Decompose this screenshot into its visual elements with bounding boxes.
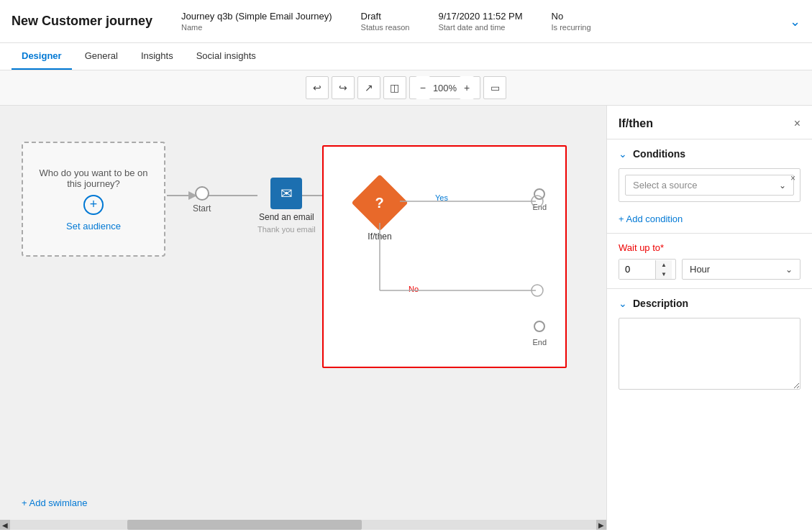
add-condition-button[interactable]: + Add condition [619, 214, 683, 224]
recurring-label: Is recurring [552, 23, 591, 32]
wait-unit-dropdown[interactable]: Hour ⌄ [682, 259, 800, 280]
header-right: ⌄ [790, 14, 800, 29]
main-area: Who do you want to be on this journey? +… [0, 106, 812, 530]
journey-name-label: Name [181, 23, 332, 32]
start-node[interactable]: Start [193, 186, 211, 214]
conditions-section-title: Conditions [633, 148, 685, 160]
condition-card-close-button[interactable]: × [790, 173, 795, 183]
scroll-right-button[interactable]: ▶ [596, 520, 606, 530]
condition-card: × Select a source ⌄ [619, 168, 800, 202]
status-value: Draft [361, 11, 410, 22]
header: New Customer journey Journey q3b (Simple… [0, 0, 812, 43]
ifthen-container[interactable]: Yes End No End ? If/then [322, 145, 567, 368]
scroll-left-button[interactable]: ◀ [0, 520, 10, 530]
wait-number-input[interactable] [619, 260, 655, 279]
add-condition-container: + Add condition [607, 211, 812, 233]
email-node[interactable]: ✉ Send an email Thank you email [257, 178, 316, 234]
header-meta: Journey q3b (Simple Email Journey) Name … [181, 11, 790, 32]
email-node-label: Send an email [259, 212, 314, 222]
ifthen-node[interactable]: ? If/then [360, 183, 400, 242]
select-source-chevron-icon: ⌄ [779, 180, 786, 191]
no-end-circle [534, 321, 545, 332]
email-node-sublabel: Thank you email [257, 225, 316, 234]
canvas-toolbar: ↩ ↪ ↗ ◫ − 100% + ▭ [0, 70, 812, 106]
description-chevron-icon: ⌄ [619, 298, 627, 309]
required-marker: * [660, 242, 664, 253]
no-label: No [409, 285, 419, 293]
redo-button[interactable]: ↪ [332, 76, 355, 99]
wait-section: Wait up to* ▲ ▼ Hour ⌄ [607, 234, 812, 289]
select-source-dropdown[interactable]: Select a source ⌄ [625, 175, 794, 196]
tab-insights[interactable]: Insights [131, 43, 183, 70]
tab-social-insights[interactable]: Social insights [186, 43, 266, 70]
start-circle [195, 186, 209, 201]
wait-increment-button[interactable]: ▲ [656, 260, 672, 270]
tab-general[interactable]: General [75, 43, 128, 70]
start-datetime-value: 9/17/2020 11:52 PM [438, 11, 522, 22]
select-source-placeholder: Select a source [633, 180, 698, 191]
page-title: New Customer journey [12, 14, 152, 29]
undo-button[interactable]: ↩ [306, 76, 329, 99]
start-datetime-label: Start date and time [438, 23, 522, 32]
description-section: ⌄ Description [607, 289, 812, 403]
description-section-title: Description [633, 298, 688, 309]
diamond-shape[interactable]: ? [351, 174, 408, 231]
panel-title: If/then [619, 117, 653, 130]
diamond-question-mark: ? [375, 195, 384, 211]
zoom-fit-button[interactable]: ↗ [357, 76, 380, 99]
audience-add-button[interactable]: + [83, 195, 104, 215]
zoom-out-button[interactable]: − [416, 76, 430, 99]
wait-controls: ▲ ▼ Hour ⌄ [619, 259, 800, 280]
conditions-section: ⌄ Conditions × Select a source ⌄ + Add c… [607, 139, 812, 234]
wait-unit-chevron-icon: ⌄ [785, 265, 793, 275]
description-textarea[interactable] [619, 318, 800, 390]
scrollbar-thumb[interactable] [127, 520, 362, 530]
description-section-header[interactable]: ⌄ Description [607, 289, 812, 318]
canvas-scrollbar[interactable]: ◀ ▶ [0, 520, 606, 530]
fullscreen-button[interactable]: ▭ [483, 76, 506, 99]
conditions-section-header[interactable]: ⌄ Conditions [607, 139, 812, 168]
recurring-value: No [552, 11, 591, 22]
panel-header: If/then × [607, 106, 812, 139]
start-label: Start [193, 203, 211, 214]
wait-decrement-button[interactable]: ▼ [656, 270, 672, 279]
ifthen-label: If/then [368, 231, 391, 242]
layout-button[interactable]: ◫ [383, 76, 406, 99]
no-end-label: End [532, 338, 547, 347]
status-meta: Draft Status reason [361, 11, 410, 32]
audience-box[interactable]: Who do you want to be on this journey? +… [22, 142, 165, 257]
ifthen-connectors [324, 147, 565, 367]
wait-number-input-container: ▲ ▼ [619, 259, 676, 280]
journey-canvas[interactable]: Who do you want to be on this journey? +… [0, 106, 606, 530]
status-label: Status reason [361, 23, 410, 32]
yes-end-label: End [532, 203, 547, 211]
recurring-meta: No Is recurring [552, 11, 591, 32]
right-panel: If/then × ⌄ Conditions × Select a source… [606, 106, 812, 530]
wait-spinners: ▲ ▼ [655, 260, 672, 279]
tabs-bar: Designer General Insights Social insight… [0, 43, 812, 70]
panel-close-button[interactable]: × [794, 117, 800, 130]
scrollbar-track [10, 520, 596, 530]
start-datetime-meta: 9/17/2020 11:52 PM Start date and time [438, 11, 522, 32]
email-icon[interactable]: ✉ [270, 178, 302, 209]
set-audience-link[interactable]: Set audience [66, 221, 121, 231]
zoom-in-button[interactable]: + [460, 76, 474, 99]
wait-label: Wait up to* [619, 242, 800, 253]
add-swimlane-button[interactable]: + Add swimlane [22, 497, 87, 508]
svg-point-13 [532, 285, 543, 296]
journey-name-meta: Journey q3b (Simple Email Journey) Name [181, 11, 332, 32]
header-chevron-down-icon[interactable]: ⌄ [790, 14, 800, 29]
yes-end-circle [534, 188, 545, 200]
zoom-level: 100% [433, 83, 457, 93]
journey-name-value: Journey q3b (Simple Email Journey) [181, 11, 332, 22]
conditions-chevron-icon: ⌄ [619, 148, 627, 160]
audience-title: Who do you want to be on this journey? [23, 168, 164, 189]
tab-designer[interactable]: Designer [12, 43, 72, 70]
zoom-control: − 100% + [409, 76, 480, 99]
yes-label: Yes [435, 193, 448, 202]
wait-unit-value: Hour [690, 264, 710, 275]
